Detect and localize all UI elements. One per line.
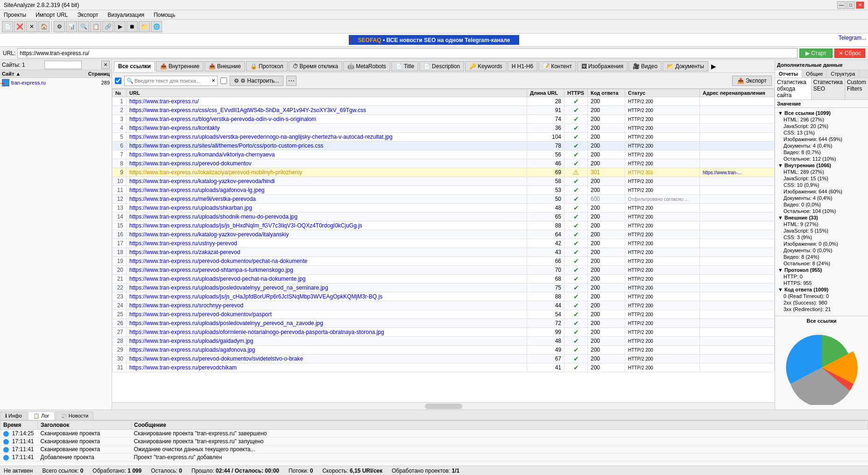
table-row[interactable]: 11 https://www.tran-express.ru/uploads/a… (113, 186, 775, 195)
list-item[interactable]: 🌐 tran-express.ru 289 (0, 78, 112, 87)
filter-checkbox[interactable] (115, 78, 121, 84)
cell-url[interactable]: https://www.tran-express.ru/sites/all/th… (127, 142, 527, 150)
cell-url[interactable]: https://www.tran-express.ru/kontakty (127, 124, 527, 133)
tree-item[interactable]: ▼ Код ответа (1009) (777, 286, 866, 293)
cell-url[interactable]: https://www.tran-express.ru/komanda/vikt… (127, 150, 527, 159)
cell-url[interactable]: https://www.tran-express.ru/lokalizaciya… (127, 168, 527, 177)
menu-import[interactable]: Импорт URL (34, 12, 70, 18)
right-tab-reports[interactable]: Отчеты (775, 70, 802, 78)
menu-visualization[interactable]: Визуализация (106, 12, 147, 18)
cell-url[interactable]: https://www.tran-express.ru/css/css_EVvd… (127, 106, 527, 115)
tab-documents[interactable]: 📂 Документы (663, 61, 708, 71)
cell-url[interactable]: https://www.tran-express.ru/katalog-yazk… (127, 177, 527, 186)
tree-item[interactable]: Изображения: 0 (0,0%) (777, 241, 866, 247)
tree-item[interactable]: ▼ Внутренние (1066) (777, 162, 866, 169)
col-num-header[interactable]: № (113, 89, 127, 97)
tree-item[interactable]: Остальное: 112 (10%) (777, 156, 866, 162)
tb-btn1[interactable]: ⚙ (54, 21, 65, 32)
tb-btn9[interactable]: 🌐 (151, 21, 162, 32)
tree-item[interactable]: 2xx (Success): 980 (777, 299, 866, 306)
table-row[interactable]: 3 https://www.tran-express.ru/blog/verst… (113, 115, 775, 124)
tree-item[interactable]: Видео: 0 (0,0%) (777, 201, 866, 208)
telegram-link[interactable]: Telegram... (839, 35, 866, 41)
table-row[interactable]: 26 https://www.tran-express.ru/uploads/p… (113, 319, 775, 328)
table-row[interactable]: 20 https://www.tran-express.ru/perevod-s… (113, 266, 775, 275)
url-input[interactable] (17, 48, 797, 58)
cell-url[interactable]: https://www.tran-express.ru/perevod-doku… (127, 159, 527, 168)
tree-item[interactable]: Остальное: 8 (24%) (777, 260, 866, 267)
tb-btn6[interactable]: ▶ (114, 21, 126, 32)
cell-url[interactable]: https://www.tran-express.ru/perevod-doku… (127, 310, 527, 319)
tree-item[interactable]: HTML: 289 (27%) (777, 169, 866, 175)
tree-item[interactable]: HTML: 296 (27%) (777, 116, 866, 123)
cell-url[interactable]: https://www.tran-express.ru/katalog-yazk… (127, 230, 527, 239)
table-row[interactable]: 28 https://www.tran-express.ru/uploads/g… (113, 337, 775, 346)
table-row[interactable]: 4 https://www.tran-express.ru/kontakty 3… (113, 124, 775, 133)
save-button[interactable]: ✕ (26, 21, 37, 32)
table-row[interactable]: 19 https://www.tran-express.ru/perevod-d… (113, 257, 775, 266)
tree-item[interactable]: JavaScript: 20 (2%) (777, 123, 866, 129)
bottom-tab-news[interactable]: 📰 Новости (56, 411, 94, 420)
cell-url[interactable]: https://www.tran-express.ru/uploads/shod… (127, 213, 527, 221)
cell-url[interactable]: https://www.tran-express.ru/ (127, 97, 527, 106)
table-row[interactable]: 13 https://www.tran-express.ru/uploads/s… (113, 204, 775, 213)
scrollbar-thumb[interactable] (425, 404, 462, 409)
cell-url[interactable]: https://www.tran-express.ru/uploads/agaf… (127, 346, 527, 354)
new-button[interactable]: 📄 (2, 21, 13, 32)
tree-item[interactable]: 0 (Read Timeout): 0 (777, 293, 866, 299)
table-row[interactable]: 7 https://www.tran-express.ru/komanda/vi… (113, 150, 775, 159)
menu-help[interactable]: Помощь (152, 12, 177, 18)
col-https-header[interactable]: HTTPS (565, 89, 588, 97)
tab-all-links[interactable]: Все ссылки (114, 61, 155, 71)
minimize-button[interactable]: — (837, 1, 846, 9)
tree-item[interactable]: CSS: 10 (0,9%) (777, 182, 866, 188)
bottom-tab-info[interactable]: ℹ Инфо (0, 411, 27, 420)
sites-col-pages-header[interactable]: Страниц (82, 71, 110, 77)
tb-btn5[interactable]: 🔗 (102, 21, 113, 32)
right-tab-structure[interactable]: Структура (827, 70, 859, 78)
sites-search-clear[interactable]: ✕ (101, 61, 110, 69)
maximize-button[interactable]: □ (847, 1, 855, 9)
open-button[interactable]: ❌ (14, 21, 25, 32)
filter-extra-button[interactable]: ⋯ (286, 76, 296, 86)
tb-btn2[interactable]: 📊 (66, 21, 77, 32)
tree-item[interactable]: HTML: 9 (27%) (777, 221, 866, 227)
cell-url[interactable]: https://www.tran-express.ru/uploads/posl… (127, 319, 527, 328)
table-row[interactable]: 15 https://www.tran-express.ru/uploads/j… (113, 221, 775, 230)
table-row[interactable]: 2 https://www.tran-express.ru/css/css_EV… (113, 106, 775, 115)
tabs-more-button[interactable]: ▶ (709, 63, 718, 70)
table-row[interactable]: 16 https://www.tran-express.ru/katalog-y… (113, 230, 775, 239)
search-clear-icon[interactable]: ✕ (212, 78, 215, 83)
table-row[interactable]: 18 https://www.tran-express.ru/zakazat-p… (113, 248, 775, 257)
tab-keywords[interactable]: 🔑 Keywords (465, 61, 507, 71)
col-url-header[interactable]: URL (127, 89, 527, 97)
filter-checkbox2[interactable] (220, 78, 227, 84)
home-button[interactable]: 🏠 (38, 21, 49, 32)
col-redirect-header[interactable]: Адрес перенаправления (700, 89, 775, 97)
search-input[interactable] (134, 78, 211, 84)
cell-url[interactable]: https://www.tran-express.ru/uploads/agaf… (127, 186, 527, 195)
start-button[interactable]: ▶ Старт (799, 49, 833, 58)
menu-export[interactable]: Экспорт (75, 12, 100, 18)
tab-content[interactable]: 📝 Контент (538, 61, 576, 71)
tree-item[interactable]: CSS: 13 (1%) (777, 129, 866, 136)
configure-button[interactable]: ⚙ ⚙ Настроить... (230, 76, 283, 86)
col-status-header[interactable]: Статус (625, 89, 700, 97)
tree-item[interactable]: ▼ Внешние (33) (777, 214, 866, 221)
tree-item[interactable]: JavaScript: 5 (15%) (777, 227, 866, 234)
tab-response-time[interactable]: ⏱ Время отклика (289, 61, 343, 71)
tree-item[interactable]: Изображения: 644 (60%) (777, 188, 866, 195)
tree-item[interactable]: Видео: 8 (24%) (777, 254, 866, 260)
cell-url[interactable]: https://www.tran-express.ru/perevod-doku… (127, 257, 527, 266)
cell-url[interactable]: https://www.tran-express.ru/ustnyy-perev… (127, 239, 527, 248)
tree-item[interactable]: HTTPS: 955 (777, 280, 866, 286)
tab-metarobots[interactable]: 🤖 MetaRobots (343, 61, 390, 71)
cell-url[interactable]: https://www.tran-express.ru/uploads/shka… (127, 204, 527, 213)
tree-item[interactable]: JavaScript: 15 (1%) (777, 175, 866, 182)
table-row[interactable]: 29 https://www.tran-express.ru/uploads/a… (113, 346, 775, 354)
cell-url[interactable]: https://www.tran-express.ru/perevod-doku… (127, 354, 527, 363)
export-button[interactable]: 📤 Экспорт (732, 76, 772, 86)
horizontal-scrollbar[interactable] (112, 402, 775, 410)
bottom-tab-log[interactable]: 📋 Лог (28, 411, 54, 420)
tb-btn8[interactable]: 📁 (139, 21, 150, 32)
